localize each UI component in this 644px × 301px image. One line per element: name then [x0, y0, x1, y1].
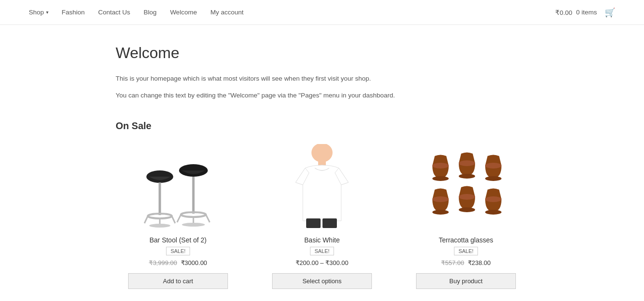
cart-items-count: 0 items: [576, 9, 597, 16]
product-image-barstool: [116, 143, 240, 229]
svg-line-11: [206, 215, 210, 222]
svg-point-2: [148, 214, 172, 218]
nav-blog[interactable]: Blog: [143, 9, 156, 16]
svg-point-29: [485, 210, 501, 215]
svg-point-19: [432, 176, 449, 181]
sale-badge-barstool: SALE!: [166, 247, 190, 255]
add-to-cart-button[interactable]: Add to cart: [128, 273, 228, 289]
main-content: Welcome This is your homepage which is w…: [106, 25, 538, 301]
product-name-barstool: Bar Stool (Set of 2): [149, 236, 206, 244]
products-grid: Bar Stool (Set of 2) SALE! ₹3,999.00 ₹30…: [116, 143, 528, 289]
product-card-terracotta: Terracotta glasses SALE! ₹557.00 ₹238.00…: [404, 143, 528, 289]
original-price-barstool: ₹3,999.00: [149, 259, 177, 266]
product-card-tshirt: Basic White SALE! ₹200.00 – ₹300.00 Sele…: [260, 143, 384, 289]
svg-point-18: [432, 163, 449, 169]
page-title: Welcome: [116, 44, 528, 62]
svg-point-22: [485, 163, 501, 169]
svg-point-14: [311, 144, 333, 162]
svg-point-28: [485, 196, 501, 202]
product-price-barstool: ₹3,999.00 ₹3000.00: [149, 259, 207, 266]
nav-my-account[interactable]: My account: [210, 9, 243, 16]
svg-point-26: [459, 194, 475, 200]
cart-amount: ₹0.00: [555, 9, 572, 16]
on-sale-section: On Sale: [116, 120, 528, 289]
svg-point-24: [432, 196, 449, 202]
sale-badge-terracotta: SALE!: [454, 247, 477, 255]
svg-point-9: [181, 212, 206, 217]
svg-point-25: [432, 210, 449, 215]
nav-cart: ₹0.00 0 items 🛒: [555, 7, 615, 18]
select-options-button[interactable]: Select options: [272, 273, 372, 289]
page-description-2: You can change this text by editing the …: [116, 90, 528, 101]
svg-point-6: [149, 224, 170, 228]
product-card-barstool: Bar Stool (Set of 2) SALE! ₹3,999.00 ₹30…: [116, 143, 240, 289]
main-nav: Shop ▾ Fashion Contact Us Blog Welcome M…: [0, 0, 644, 25]
nav-fashion[interactable]: Fashion: [62, 9, 85, 16]
nav-welcome[interactable]: Welcome: [170, 9, 197, 16]
cart-icon[interactable]: 🛒: [605, 7, 615, 18]
svg-line-3: [144, 216, 148, 223]
sale-price-barstool: ₹3000.00: [181, 259, 207, 266]
product-name-tshirt: Basic White: [304, 236, 340, 244]
on-sale-title: On Sale: [116, 120, 528, 132]
product-image-terracotta: [404, 143, 528, 229]
svg-line-10: [177, 215, 181, 222]
nav-links: Shop ▾ Fashion Contact Us Blog Welcome M…: [29, 9, 555, 16]
product-image-tshirt: [260, 143, 384, 229]
nav-shop-label: Shop: [29, 9, 44, 16]
sale-badge-tshirt: SALE!: [310, 247, 334, 255]
svg-point-27: [459, 207, 475, 212]
sale-price-terracotta: ₹238.00: [468, 259, 491, 266]
buy-product-button[interactable]: Buy product: [416, 273, 516, 289]
original-price-terracotta: ₹557.00: [441, 259, 464, 266]
nav-shop[interactable]: Shop ▾: [29, 9, 48, 16]
chevron-down-icon: ▾: [46, 10, 48, 15]
svg-rect-16: [306, 218, 321, 228]
price-range-tshirt: ₹200.00 – ₹300.00: [296, 259, 348, 266]
svg-point-21: [459, 174, 475, 179]
nav-contact-us[interactable]: Contact Us: [98, 9, 131, 16]
svg-point-23: [485, 176, 501, 181]
svg-line-4: [172, 216, 175, 223]
svg-point-20: [459, 160, 475, 166]
product-price-terracotta: ₹557.00 ₹238.00: [441, 259, 490, 266]
product-price-tshirt: ₹200.00 – ₹300.00: [296, 259, 348, 266]
svg-point-13: [182, 223, 205, 227]
product-name-terracotta: Terracotta glasses: [439, 236, 493, 244]
page-description-1: This is your homepage which is what most…: [116, 73, 528, 84]
svg-rect-17: [322, 218, 337, 228]
